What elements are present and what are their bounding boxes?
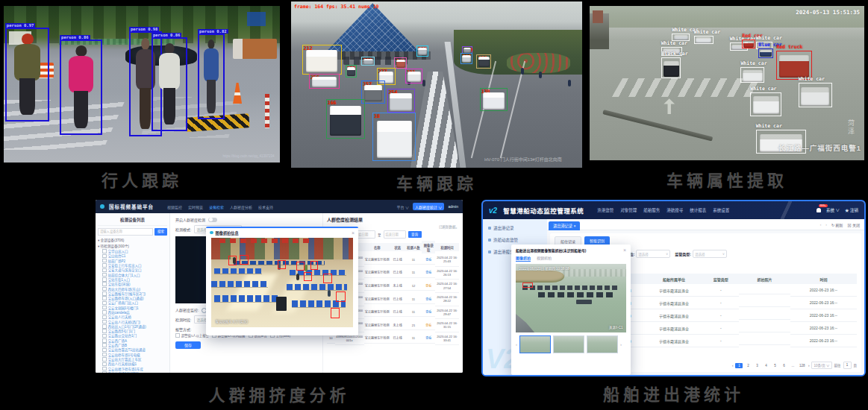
nav-item[interactable]: 统计报表 (690, 207, 706, 213)
checkbox-icon[interactable] (102, 334, 107, 338)
page-number[interactable]: 1 (735, 363, 743, 368)
bell-icon[interactable]: 999+ (817, 208, 821, 212)
tab-video-capture[interactable]: 视频抓拍 (537, 255, 552, 262)
filter-select[interactable]: 请选择 ∨ (693, 250, 727, 258)
checkbox-icon[interactable] (102, 371, 107, 373)
carousel-thumbnail[interactable] (587, 335, 618, 353)
page-number[interactable]: 5 (771, 363, 778, 368)
stat-dropdown-button[interactable]: 人群密度统计 ∨ (413, 203, 444, 210)
view-link[interactable]: 查看 (422, 308, 435, 317)
close-tabs-button[interactable]: ⊠ 关闭 (848, 222, 860, 227)
app-nav: 渔港监管对象管理船舶服务港航搜寻统计报表系统设置 (597, 207, 729, 213)
nav-item[interactable]: 人群密度分析 (230, 204, 252, 209)
carousel-thumbnail[interactable] (553, 335, 584, 353)
nav-item[interactable]: 港航搜寻 (666, 207, 683, 213)
alarm-checkbox-option[interactable]: 超警值5人以上报警 (175, 333, 209, 338)
nav-item[interactable]: 实时预览 (188, 204, 203, 209)
results-date-to[interactable]: 结束日期 (384, 230, 406, 239)
page-number[interactable]: 4 (762, 363, 769, 368)
checkbox-icon[interactable] (102, 296, 107, 300)
checkbox-icon[interactable] (102, 343, 107, 347)
view-link[interactable]: 查看 (422, 334, 435, 343)
car-body (779, 55, 810, 78)
person-legs (140, 88, 151, 129)
page-number[interactable]: 2 (744, 363, 752, 368)
view-link[interactable]: 查看 (422, 321, 435, 330)
device-search-input[interactable]: 请输入设备名称 (98, 228, 153, 236)
carousel-next-icon[interactable]: › (620, 342, 622, 347)
checkbox-icon[interactable] (102, 259, 107, 263)
device-search-button[interactable]: 搜索 (154, 228, 167, 236)
logout-button[interactable]: ★ 注销 (845, 207, 858, 213)
checkbox-icon[interactable] (102, 310, 107, 315)
per-page-select[interactable]: 10条/页 ∨ (811, 362, 831, 369)
sidebar-item[interactable]: 进出港记录 (483, 222, 547, 234)
checkbox-icon[interactable] (102, 306, 107, 310)
nav-item[interactable]: 录像检索 (209, 204, 224, 209)
goto-page-input[interactable]: 1 (843, 362, 852, 369)
checkbox-icon[interactable] (102, 254, 107, 259)
tab-image-capture[interactable]: 图像抓拍 (516, 255, 531, 262)
checkbox-icon[interactable] (102, 348, 107, 353)
save-button[interactable]: 保存 (175, 341, 201, 349)
checkbox-icon[interactable] (102, 249, 107, 253)
checkbox-icon[interactable] (102, 268, 107, 273)
tree-root-node[interactable]: ▾ 待检测设备(300个) (98, 244, 167, 248)
view-link[interactable]: 查看 (422, 295, 435, 304)
checkbox-icon[interactable] (102, 287, 107, 291)
nav-item[interactable]: 系统设置 (713, 207, 729, 213)
checkbox-icon[interactable] (102, 273, 107, 277)
user-menu[interactable]: admin (448, 204, 458, 209)
checkbox-icon[interactable] (102, 315, 107, 320)
checkbox-icon[interactable] (102, 367, 107, 371)
checkbox-icon[interactable] (102, 277, 107, 282)
checkbox-icon[interactable] (102, 362, 107, 367)
refresh-button[interactable]: ↻ 刷新 (831, 222, 843, 227)
close-icon[interactable]: × (623, 247, 626, 253)
tree-root-node[interactable]: ▾ 全部设备(3706) (98, 238, 167, 242)
view-link[interactable]: 查看 (422, 282, 435, 291)
nav-item[interactable]: 渔港监管 (597, 207, 613, 213)
checkbox-icon[interactable] (102, 353, 107, 357)
checkbox-icon[interactable] (102, 263, 107, 268)
checkbox-icon[interactable] (102, 282, 107, 286)
view-link[interactable]: 查看 (422, 268, 435, 277)
car-body (312, 77, 337, 87)
page-number[interactable]: ... (789, 363, 796, 368)
carousel-prev-icon[interactable]: ‹ (516, 342, 517, 347)
page-number[interactable]: 6 (780, 363, 787, 368)
device-tree-item[interactable]: 宝云站广场1号门2层 (98, 371, 167, 373)
checkbox-icon[interactable] (102, 320, 107, 324)
head-detection-box (240, 255, 249, 265)
user-menu[interactable]: 系统 ∨ (826, 207, 840, 213)
nav-item[interactable]: 船舶服务 (643, 207, 660, 213)
prev-arrow-icon[interactable]: ‹ (820, 222, 822, 227)
checkbox-icon[interactable] (102, 329, 107, 333)
nav-item[interactable]: 视频监控 (167, 204, 182, 209)
column-header: 名称 (364, 243, 390, 251)
column-header: 监管类型 (702, 274, 739, 284)
carousel-thumbnail[interactable] (519, 335, 551, 353)
checkbox-icon[interactable] (102, 324, 107, 329)
filter-select[interactable]: 请选择 ∨ (636, 250, 670, 258)
platform-select[interactable]: 平台 ∨ (397, 204, 409, 209)
vehicle-detection-box: 18 (372, 113, 416, 160)
sidebar-item-label: 渔船动态监管 (493, 237, 518, 243)
prev-page-icon[interactable]: ‹ (732, 364, 734, 368)
next-page-icon[interactable]: › (808, 364, 810, 368)
tab-port-records[interactable]: 进出港记录 × (549, 221, 580, 230)
checkbox-icon[interactable] (102, 291, 107, 296)
checkbox-icon[interactable] (102, 301, 107, 306)
close-icon[interactable]: × (352, 230, 355, 236)
page-number[interactable]: 3 (753, 363, 761, 368)
query-button[interactable]: 查询 (408, 231, 422, 238)
checkbox-icon[interactable] (175, 333, 180, 338)
nav-item[interactable]: 对象管理 (620, 207, 637, 213)
view-link[interactable]: 查看 (422, 256, 435, 265)
checkbox-icon[interactable] (102, 338, 107, 343)
detection-toggle[interactable] (208, 218, 217, 222)
next-arrow-icon[interactable]: › (825, 222, 827, 227)
checkbox-icon[interactable] (102, 357, 107, 362)
nav-item[interactable]: 技术支持 (258, 204, 273, 209)
page-number[interactable]: 128 (798, 363, 806, 368)
